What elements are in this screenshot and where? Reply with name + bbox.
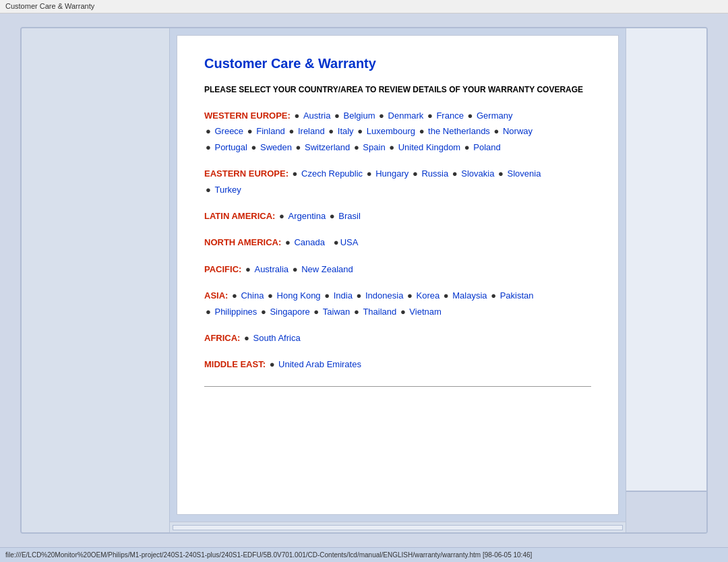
link-france[interactable]: France [436, 111, 463, 121]
link-turkey[interactable]: Turkey [214, 185, 241, 195]
link-korea[interactable]: Korea [416, 290, 439, 301]
region-western-europe: WESTERN EUROPE: ● Austria ● Belgium ● De… [204, 108, 591, 155]
link-australia[interactable]: Australia [254, 264, 289, 274]
right-sidebar [626, 28, 706, 532]
region-label-north-america: NORTH AMERICA: [204, 237, 281, 247]
link-new-zealand[interactable]: New Zealand [301, 264, 353, 274]
link-uae[interactable]: United Arab Emirates [278, 359, 361, 369]
link-switzerland[interactable]: Switzerland [305, 142, 350, 152]
link-austria[interactable]: Austria [303, 111, 330, 121]
link-greece[interactable]: Greece [214, 126, 243, 136]
link-united-kingdom[interactable]: United Kingdom [398, 142, 461, 152]
outer-frame: Customer Care & Warranty PLEASE SELECT Y… [20, 27, 708, 534]
link-brasil[interactable]: Brasil [338, 211, 361, 221]
region-africa: AFRICA: ● South Africa [204, 330, 591, 346]
bottom-bar: file:///E/LCD%20Monitor%20OEM/Philips/M1… [0, 547, 728, 562]
region-middle-east: MIDDLE EAST: ● United Arab Emirates [204, 356, 591, 372]
region-asia: ASIA: ● China ● Hong Kong ● India ● Indo… [204, 288, 591, 319]
link-canada[interactable]: Canada [294, 237, 325, 247]
link-ireland[interactable]: Ireland [298, 126, 325, 136]
region-latin-america: LATIN AMERICA: ● Argentina ● Brasil [204, 208, 591, 224]
link-thailand[interactable]: Thailand [363, 307, 396, 317]
link-netherlands[interactable]: the Netherlands [428, 126, 490, 136]
title-bar: Customer Care & Warranty [0, 0, 728, 13]
left-sidebar [22, 28, 170, 532]
link-taiwan[interactable]: Taiwan [323, 307, 350, 317]
content-divider [204, 386, 591, 387]
region-label-latin-america: LATIN AMERICA: [204, 211, 275, 221]
link-pakistan[interactable]: Pakistan [500, 290, 534, 301]
right-sidebar-bottom [626, 492, 706, 532]
link-belgium[interactable]: Belgium [344, 111, 375, 121]
link-vietnam[interactable]: Vietnam [409, 307, 441, 317]
right-sidebar-top [626, 28, 706, 492]
link-india[interactable]: India [334, 290, 353, 301]
scrollbar-track [173, 525, 623, 530]
link-hong-kong[interactable]: Hong Kong [277, 290, 321, 301]
horizontal-scrollbar[interactable] [170, 522, 626, 532]
link-italy[interactable]: Italy [338, 126, 354, 136]
page-title: Customer Care & Warranty [204, 56, 591, 71]
link-denmark[interactable]: Denmark [388, 111, 424, 121]
region-label-pacific: PACIFIC: [204, 264, 241, 274]
link-slovenia[interactable]: Slovenia [508, 168, 541, 179]
title-bar-text: Customer Care & Warranty [5, 2, 94, 10]
link-indonesia[interactable]: Indonesia [365, 290, 403, 301]
link-poland[interactable]: Poland [473, 142, 500, 152]
link-usa[interactable]: USA [340, 237, 359, 247]
content-frame: Customer Care & Warranty PLEASE SELECT Y… [177, 35, 619, 515]
link-portugal[interactable]: Portugal [214, 142, 247, 152]
intro-text: PLEASE SELECT YOUR COUNTRY/AREA TO REVIE… [204, 84, 591, 96]
link-china[interactable]: China [241, 290, 264, 301]
link-germany[interactable]: Germany [477, 111, 512, 121]
link-singapore[interactable]: Singapore [270, 307, 309, 317]
link-norway[interactable]: Norway [503, 126, 533, 136]
browser-chrome: Customer Care & Warranty PLEASE SELECT Y… [0, 13, 728, 547]
main-area: Customer Care & Warranty PLEASE SELECT Y… [170, 28, 626, 532]
link-malaysia[interactable]: Malaysia [452, 290, 487, 301]
link-spain[interactable]: Spain [363, 142, 385, 152]
region-label-africa: AFRICA: [204, 333, 240, 343]
link-russia[interactable]: Russia [421, 168, 448, 179]
link-sweden[interactable]: Sweden [260, 142, 292, 152]
link-slovakia[interactable]: Slovakia [461, 168, 494, 179]
link-finland[interactable]: Finland [256, 126, 285, 136]
link-czech-republic[interactable]: Czech Republic [301, 168, 363, 179]
link-argentina[interactable]: Argentina [289, 211, 326, 221]
region-north-america: NORTH AMERICA: ● Canada ●USA [204, 235, 591, 250]
region-label-eastern-europe: EASTERN EUROPE: [204, 168, 289, 179]
link-south-africa[interactable]: South Africa [253, 333, 301, 343]
region-label-middle-east: MIDDLE EAST: [204, 359, 266, 369]
region-label-asia: ASIA: [204, 290, 228, 301]
link-hungary[interactable]: Hungary [375, 168, 408, 179]
region-pacific: PACIFIC: ● Australia ● New Zealand [204, 261, 591, 277]
link-philippines[interactable]: Philippines [214, 307, 257, 317]
link-luxembourg[interactable]: Luxembourg [367, 126, 415, 136]
region-eastern-europe: EASTERN EUROPE: ● Czech Republic ● Hunga… [204, 166, 591, 197]
region-label-western-europe: WESTERN EUROPE: [204, 111, 291, 121]
bottom-bar-text: file:///E/LCD%20Monitor%20OEM/Philips/M1… [5, 551, 532, 559]
